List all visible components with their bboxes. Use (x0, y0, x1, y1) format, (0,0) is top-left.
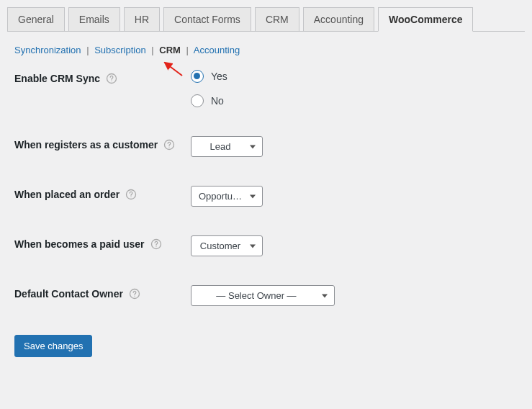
radio-yes-input[interactable] (191, 70, 204, 83)
tab-emails[interactable]: Emails (68, 7, 120, 31)
row-enable-crm: Enable CRM Sync Yes No (14, 70, 518, 107)
select-paid-user[interactable]: Customer (191, 235, 263, 256)
tab-hr[interactable]: HR (124, 7, 160, 31)
help-icon[interactable] (129, 288, 140, 300)
select-register-customer[interactable]: Lead (191, 136, 263, 157)
label-text: When becomes a paid user (14, 238, 145, 250)
label-register-customer: When registers as a customer (14, 136, 191, 150)
label-default-owner: Default Contact Owner (14, 285, 191, 300)
radio-yes[interactable]: Yes (191, 70, 518, 83)
sub-navigation: Synchronization | Subscription | CRM | A… (0, 32, 532, 63)
help-icon[interactable] (106, 73, 117, 84)
label-placed-order: When placed an order (14, 186, 191, 200)
tab-accounting[interactable]: Accounting (303, 7, 374, 31)
help-icon[interactable] (163, 139, 175, 150)
svg-point-6 (131, 197, 132, 197)
radio-no-label: No (211, 95, 224, 107)
label-enable-crm: Enable CRM Sync (14, 70, 191, 84)
select-default-owner[interactable]: — Select Owner — (191, 285, 335, 306)
help-icon[interactable] (125, 189, 137, 200)
radio-yes-label: Yes (211, 71, 227, 82)
main-tabs: General Emails HR Contact Forms CRM Acco… (7, 7, 525, 32)
subnav-synchronization[interactable]: Synchronization (14, 45, 81, 55)
tab-general[interactable]: General (7, 7, 65, 31)
separator: | (151, 45, 153, 55)
label-paid-user: When becomes a paid user (14, 235, 191, 250)
control-register-customer: Lead (191, 136, 518, 157)
separator: | (86, 45, 89, 55)
help-icon[interactable] (150, 238, 162, 250)
subnav-subscription[interactable]: Subscription (94, 45, 146, 55)
subnav-crm[interactable]: CRM (159, 45, 181, 55)
select-placed-order[interactable]: Opportu… (191, 186, 263, 207)
row-register-customer: When registers as a customer Lead (14, 136, 518, 157)
svg-point-10 (134, 296, 135, 297)
tab-woocommerce[interactable]: WooCommerce (378, 7, 473, 32)
svg-point-8 (155, 246, 156, 247)
control-placed-order: Opportu… (191, 186, 518, 207)
control-paid-user: Customer (191, 235, 518, 256)
control-enable-crm: Yes No (191, 70, 518, 107)
settings-form: Enable CRM Sync Yes No When registers as… (0, 63, 532, 364)
row-default-owner: Default Contact Owner — Select Owner — (14, 285, 518, 306)
label-text: Default Contact Owner (14, 288, 123, 300)
label-text: When registers as a customer (14, 139, 158, 150)
separator: | (186, 45, 189, 55)
control-default-owner: — Select Owner — (191, 285, 518, 306)
label-text: Enable CRM Sync (14, 73, 100, 84)
row-placed-order: When placed an order Opportu… (14, 186, 518, 207)
tab-crm[interactable]: CRM (255, 7, 299, 31)
svg-point-2 (111, 81, 112, 81)
label-text: When placed an order (14, 189, 120, 200)
row-paid-user: When becomes a paid user Customer (14, 235, 518, 256)
radio-no[interactable]: No (191, 94, 518, 107)
radio-no-input[interactable] (191, 94, 204, 107)
save-button[interactable]: Save changes (14, 335, 92, 357)
subnav-accounting[interactable]: Accounting (194, 45, 240, 55)
svg-point-4 (169, 147, 170, 148)
tab-contact-forms[interactable]: Contact Forms (163, 7, 251, 31)
